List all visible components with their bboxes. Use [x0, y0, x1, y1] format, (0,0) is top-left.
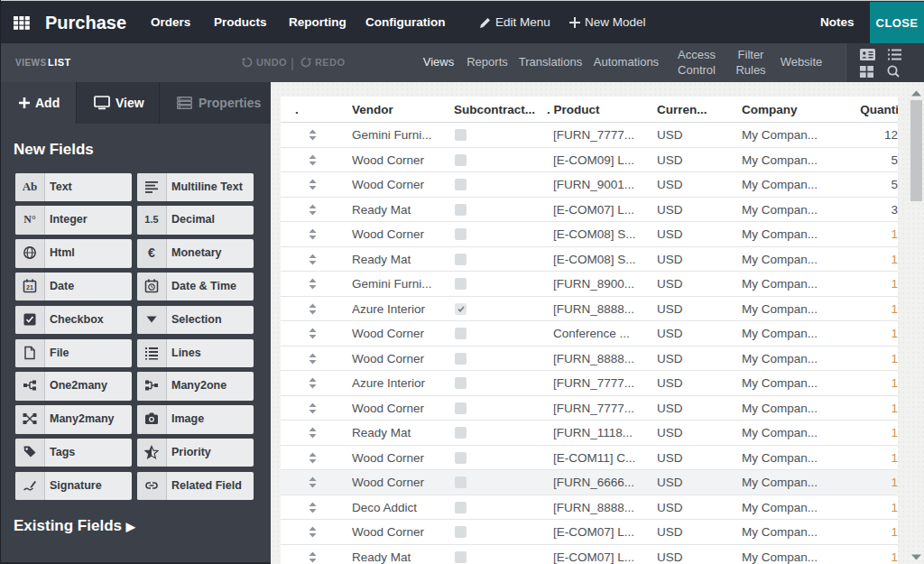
- svg-text:€: €: [148, 245, 155, 260]
- svg-text:21: 21: [26, 284, 33, 291]
- svg-text:N°: N°: [23, 213, 36, 226]
- svg-text:Ab: Ab: [23, 180, 37, 193]
- svg-text:1.5: 1.5: [144, 214, 158, 225]
